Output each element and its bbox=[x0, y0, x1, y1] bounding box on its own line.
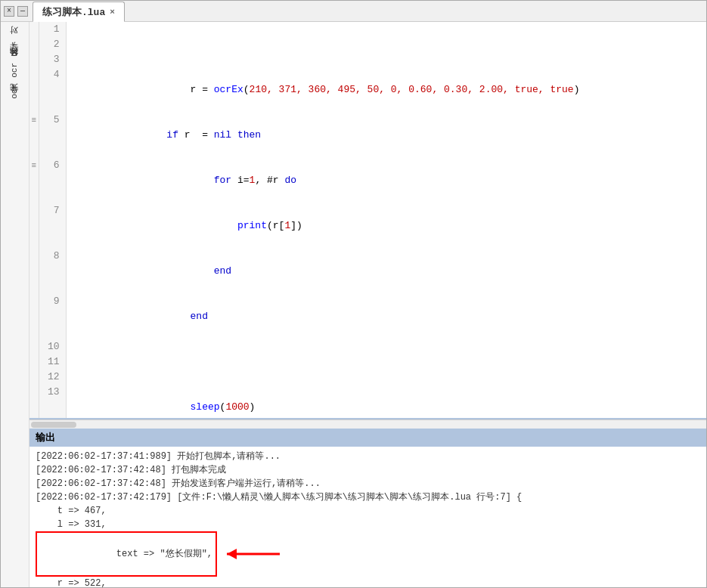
line-number: 10 bbox=[39, 339, 66, 354]
line-content[interactable]: end bbox=[66, 294, 706, 339]
editor-area: 1 2 3 bbox=[29, 22, 706, 587]
line-number: 1 bbox=[39, 22, 66, 37]
tab-label: 练习脚本.lua bbox=[42, 5, 105, 19]
line-number: 5 bbox=[39, 113, 66, 158]
code-table: 1 2 3 bbox=[29, 22, 706, 419]
line-marker bbox=[29, 385, 39, 419]
line-marker: ≡ bbox=[29, 113, 39, 158]
line-marker bbox=[29, 370, 39, 385]
line-number: 8 bbox=[39, 249, 66, 294]
svg-marker-1 bbox=[227, 549, 237, 559]
line-marker bbox=[29, 339, 39, 354]
table-row: 3 bbox=[29, 52, 706, 67]
line-number: 4 bbox=[39, 67, 66, 113]
highlighted-text-box: text => "悠长假期", bbox=[36, 531, 217, 577]
table-row: 8 end bbox=[29, 249, 706, 294]
line-content[interactable] bbox=[66, 339, 706, 354]
line-marker bbox=[29, 354, 39, 370]
line-content[interactable]: end bbox=[66, 249, 706, 294]
table-row: 2 bbox=[29, 37, 706, 52]
list-item: text => "悠长假期", bbox=[36, 531, 700, 577]
output-header: 输出 bbox=[29, 429, 706, 447]
code-editor[interactable]: 1 2 3 bbox=[29, 22, 706, 419]
main-window: × — 练习脚本.lua × 搜索 学ocr对 ocr神经风 光学ocr bbox=[0, 0, 707, 588]
red-arrow-icon bbox=[223, 545, 291, 563]
line-marker bbox=[29, 294, 39, 339]
scrollbar-thumb[interactable] bbox=[31, 422, 76, 428]
line-content[interactable]: for i=1, #r do bbox=[66, 158, 706, 203]
line-number: 6 bbox=[39, 158, 66, 203]
table-row: 7 print(r[1]) bbox=[29, 203, 706, 249]
line-marker: ≡ bbox=[29, 158, 39, 203]
tab-bar: 练习脚本.lua × bbox=[33, 1, 125, 21]
list-item: l => 331, bbox=[36, 518, 700, 531]
output-content[interactable]: [2022:06:02-17:37:41:989] 开始打包脚本,请稍等... … bbox=[29, 447, 706, 587]
line-content[interactable] bbox=[66, 354, 706, 370]
table-row: 12 bbox=[29, 370, 706, 385]
window-controls: × — bbox=[4, 6, 28, 17]
list-item: [2022:06:02-17:37:42:179] [文件:F:\懒人精灵\懒人… bbox=[36, 491, 700, 504]
line-marker bbox=[29, 203, 39, 249]
table-row: 9 end bbox=[29, 294, 706, 339]
line-content[interactable]: if r = nil then bbox=[66, 113, 706, 158]
line-number: 12 bbox=[39, 370, 66, 385]
minimize-button[interactable]: — bbox=[17, 6, 28, 17]
line-content[interactable] bbox=[66, 370, 706, 385]
line-content[interactable] bbox=[66, 37, 706, 52]
list-item: [2022:06:02-17:37:41:989] 开始打包脚本,请稍等... bbox=[36, 450, 700, 463]
sidebar-items: 学ocr对 ocr神经风 光学ocr bbox=[9, 42, 20, 98]
line-content[interactable]: sleep(1000) bbox=[66, 385, 706, 419]
table-row: ≡ 6 for i=1, #r do bbox=[29, 158, 706, 203]
line-content[interactable] bbox=[66, 22, 706, 37]
sidebar-item-0[interactable]: 学ocr对 bbox=[9, 42, 20, 57]
main-layout: 搜索 学ocr对 ocr神经风 光学ocr 1 bbox=[1, 22, 706, 587]
table-row: 11 bbox=[29, 354, 706, 370]
title-bar: × — 练习脚本.lua × bbox=[1, 1, 706, 22]
line-number: 2 bbox=[39, 37, 66, 52]
table-row: 13 sleep(1000) bbox=[29, 385, 706, 419]
horizontal-scrollbar[interactable] bbox=[29, 419, 706, 429]
tab-close-icon[interactable]: × bbox=[110, 8, 115, 17]
output-panel: 输出 [2022:06:02-17:37:41:989] 开始打包脚本,请稍等.… bbox=[29, 429, 706, 587]
line-content[interactable]: r = ocrEx(210, 371, 360, 495, 50, 0, 0.6… bbox=[66, 67, 706, 113]
table-row: ≡ 5 if r = nil then bbox=[29, 113, 706, 158]
line-number: 9 bbox=[39, 294, 66, 339]
line-content[interactable]: print(r[1]) bbox=[66, 203, 706, 249]
list-item: t => 467, bbox=[36, 504, 700, 518]
line-marker bbox=[29, 249, 39, 294]
list-item: [2022:06:02-17:37:42:48] 打包脚本完成 bbox=[36, 463, 700, 477]
sidebar: 搜索 学ocr对 ocr神经风 光学ocr bbox=[1, 22, 29, 587]
sidebar-item-2[interactable]: 光学ocr bbox=[9, 84, 20, 99]
table-row: 10 bbox=[29, 339, 706, 354]
line-number: 13 bbox=[39, 385, 66, 419]
line-number: 7 bbox=[39, 203, 66, 249]
text-label: text bbox=[116, 549, 138, 559]
table-row: 4 r = ocrEx(210, 371, 360, 495, 50, 0, 0… bbox=[29, 67, 706, 113]
line-number: 11 bbox=[39, 354, 66, 370]
line-marker bbox=[29, 67, 39, 113]
sidebar-item-1[interactable]: ocr神经风 bbox=[9, 63, 20, 78]
line-marker bbox=[29, 52, 39, 67]
tab-lua[interactable]: 练习脚本.lua × bbox=[33, 2, 125, 22]
line-marker bbox=[29, 22, 39, 37]
list-item: r => 522, bbox=[36, 577, 700, 587]
table-row: 1 bbox=[29, 22, 706, 37]
line-content[interactable] bbox=[66, 52, 706, 67]
line-marker bbox=[29, 37, 39, 52]
close-button[interactable]: × bbox=[4, 6, 14, 17]
line-number: 3 bbox=[39, 52, 66, 67]
list-item: [2022:06:02-17:37:42:48] 开始发送到客户端并运行,请稍等… bbox=[36, 477, 700, 491]
